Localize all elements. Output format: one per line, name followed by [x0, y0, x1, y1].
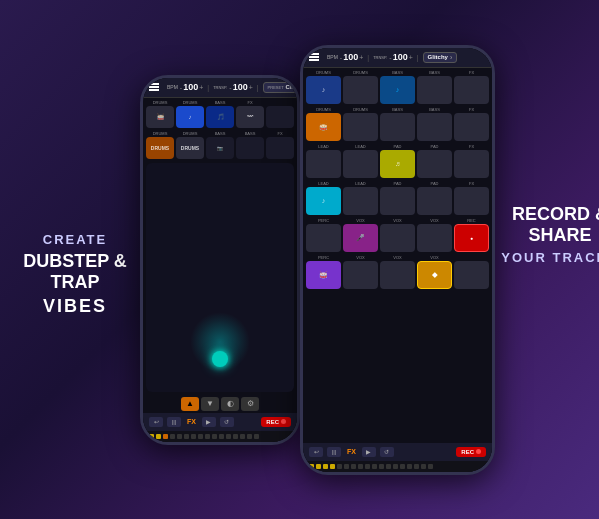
- right-undo-icon[interactable]: ↩: [309, 447, 323, 457]
- rpad-3-3[interactable]: ♬: [380, 150, 415, 178]
- right-led-8: [358, 464, 363, 469]
- right-led-4: [330, 464, 335, 469]
- right-pad-row-1: ♪ ♪: [303, 75, 492, 105]
- rpad-2-1[interactable]: 🥁: [306, 113, 341, 141]
- rpad-5-1[interactable]: [306, 224, 341, 252]
- right-preset-selector[interactable]: Glitchy ›: [423, 52, 458, 63]
- right-loop-icon[interactable]: ↺: [380, 447, 394, 457]
- rpad-4-2[interactable]: [343, 187, 378, 215]
- rpad-3-4[interactable]: [417, 150, 452, 178]
- rpad-1-3[interactable]: ♪: [380, 76, 415, 104]
- rpad-5-3[interactable]: [380, 224, 415, 252]
- right-led-2: [316, 464, 321, 469]
- right-mixer-icon[interactable]: |||: [327, 447, 341, 457]
- pad-1-3[interactable]: 🎵: [206, 106, 234, 128]
- preset-selector[interactable]: PRESET Chilled ›: [263, 82, 297, 93]
- rpad-1-4[interactable]: [417, 76, 452, 104]
- right-led-11: [379, 464, 384, 469]
- rpad-3-2[interactable]: [343, 150, 378, 178]
- right-row2-labels: DRUMS DRUMS BASS BASS FX: [303, 105, 492, 112]
- rpad-4-1[interactable]: ♪: [306, 187, 341, 215]
- left-phone: BPM - 100 + | TRNSP. - 100 + | PRESET: [140, 75, 300, 445]
- trns-control[interactable]: TRNSP. - 100 +: [213, 82, 253, 92]
- pad-1-2[interactable]: ♪: [176, 106, 204, 128]
- right-trns-plus[interactable]: +: [409, 54, 413, 61]
- rpad-2-3[interactable]: [380, 113, 415, 141]
- right-pad-row-2: 🥁: [303, 112, 492, 142]
- rpad-6-1[interactable]: 🥁: [306, 261, 341, 289]
- instrument-row: ▲ ▼ ◐ ⚙: [143, 395, 297, 413]
- right-led-7: [351, 464, 356, 469]
- xy-pad[interactable]: [146, 163, 294, 392]
- right-fx-label[interactable]: FX: [345, 448, 358, 455]
- pad-1-1[interactable]: 🥁: [146, 106, 174, 128]
- right-rec-button[interactable]: REC: [456, 447, 486, 457]
- rpad-1-2[interactable]: [343, 76, 378, 104]
- rpad-6-4[interactable]: ◆: [417, 261, 452, 289]
- led-9: [205, 434, 210, 439]
- instr-btn-3[interactable]: ◐: [221, 397, 239, 411]
- pad-2-5[interactable]: [266, 137, 294, 159]
- rpad-4-3[interactable]: [380, 187, 415, 215]
- led-4: [170, 434, 175, 439]
- rpad-3-1[interactable]: [306, 150, 341, 178]
- rpad-5-5[interactable]: ●: [454, 224, 489, 252]
- undo-icon[interactable]: ↩: [149, 417, 163, 427]
- right-trns-minus[interactable]: -: [389, 54, 391, 61]
- trns-value: 100: [233, 82, 248, 92]
- pad-icon: ♪: [189, 114, 192, 120]
- pad-2-4[interactable]: [236, 137, 264, 159]
- rpad-5-4[interactable]: [417, 224, 452, 252]
- dubstep-trap-label: DUBSTEP & TRAP: [10, 251, 140, 292]
- vibes-label: VIBES: [43, 296, 107, 317]
- right-play-icon[interactable]: ▶: [362, 447, 376, 457]
- right-row3-labels: LEAD LEAD PAD PAD FX: [303, 142, 492, 149]
- rpad-2-2[interactable]: [343, 113, 378, 141]
- menu-line-r2: [309, 56, 319, 58]
- trns-minus[interactable]: -: [229, 84, 231, 91]
- right-plus-icon[interactable]: +: [359, 54, 363, 61]
- pad-2-1[interactable]: DRUMS: [146, 137, 174, 159]
- rpad-4-4[interactable]: [417, 187, 452, 215]
- divider-1: |: [207, 84, 209, 91]
- rpad-3-5[interactable]: [454, 150, 489, 178]
- right-row4-labels: LEAD LEAD PAD PAD FX: [303, 179, 492, 186]
- play-icon[interactable]: ▶: [202, 417, 216, 427]
- fx-label[interactable]: FX: [185, 418, 198, 425]
- pad-1-4[interactable]: 〰: [236, 106, 264, 128]
- right-minus-icon[interactable]: -: [340, 54, 342, 61]
- right-row5-labels: PERC VOX VOX VOX REC: [303, 216, 492, 223]
- right-trns-control[interactable]: TRNSP. - 100 +: [373, 52, 413, 62]
- rpad-5-2[interactable]: 🎤: [343, 224, 378, 252]
- instr-btn-1[interactable]: ▲: [181, 397, 199, 411]
- led-12: [226, 434, 231, 439]
- pad-icon: 📷: [217, 145, 223, 151]
- right-pad-row-3: ♬: [303, 149, 492, 179]
- right-menu-icon[interactable]: [309, 53, 319, 61]
- pad-1-5[interactable]: [266, 106, 294, 128]
- minus-icon[interactable]: -: [180, 84, 182, 91]
- rpad-1-1[interactable]: ♪: [306, 76, 341, 104]
- right-bpm-control[interactable]: BPM - 100 +: [327, 52, 363, 62]
- left-phone-screen: BPM - 100 + | TRNSP. - 100 + | PRESET: [143, 78, 297, 442]
- instr-btn-4[interactable]: ⚙: [241, 397, 259, 411]
- pad-2-2[interactable]: DRUMS: [176, 137, 204, 159]
- trns-plus[interactable]: +: [249, 84, 253, 91]
- mixer-icon[interactable]: |||: [167, 417, 181, 427]
- rpad-2-5[interactable]: [454, 113, 489, 141]
- menu-line-r1: [309, 53, 319, 55]
- rpad-1-5[interactable]: [454, 76, 489, 104]
- led-14: [240, 434, 245, 439]
- rpad-6-2[interactable]: [343, 261, 378, 289]
- plus-icon[interactable]: +: [199, 84, 203, 91]
- menu-icon[interactable]: [149, 83, 159, 91]
- instr-btn-2[interactable]: ▼: [201, 397, 219, 411]
- rpad-4-5[interactable]: [454, 187, 489, 215]
- loop-icon[interactable]: ↺: [220, 417, 234, 427]
- rpad-6-5[interactable]: [454, 261, 489, 289]
- rpad-6-3[interactable]: [380, 261, 415, 289]
- rec-button[interactable]: REC: [261, 417, 291, 427]
- rpad-2-4[interactable]: [417, 113, 452, 141]
- bpm-control[interactable]: BPM - 100 +: [167, 82, 203, 92]
- pad-2-3[interactable]: 📷: [206, 137, 234, 159]
